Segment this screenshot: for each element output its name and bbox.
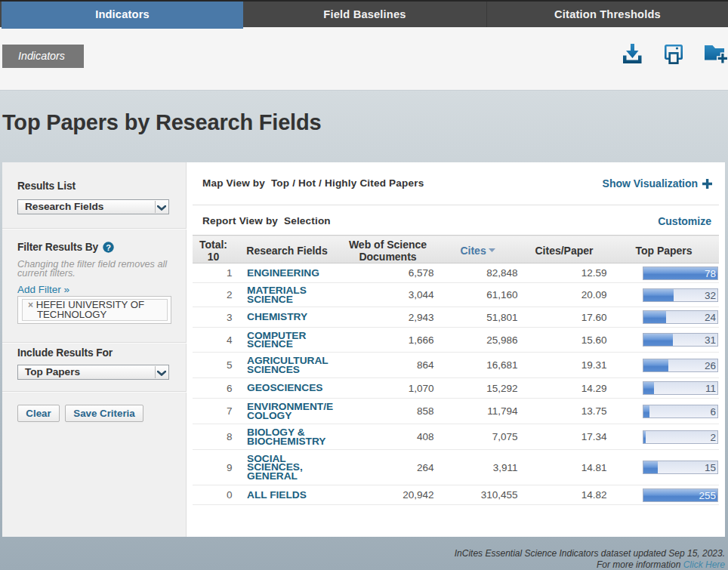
svg-text:?: ? <box>106 243 111 252</box>
